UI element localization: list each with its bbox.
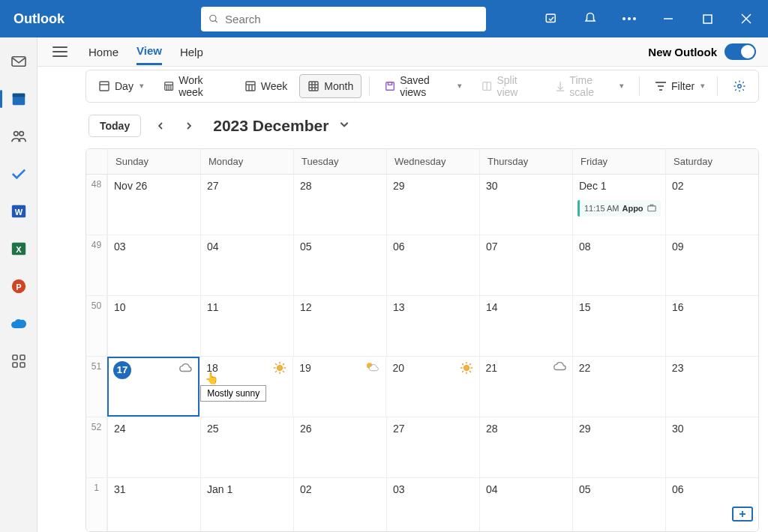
chevron-down-icon[interactable] <box>339 119 350 133</box>
window-minimize[interactable] <box>657 7 680 30</box>
view-day-button[interactable]: Day▾ <box>91 74 152 98</box>
svg-point-5 <box>633 17 636 20</box>
cloud-icon[interactable] <box>553 361 566 375</box>
svg-point-14 <box>19 132 22 136</box>
day-cell[interactable]: 28 <box>293 175 386 235</box>
rail-people[interactable] <box>8 126 30 147</box>
current-period-label[interactable]: 2023 December <box>213 117 328 135</box>
assist-icon[interactable] <box>540 7 562 30</box>
calendar-event[interactable]: 11:15 AM Appo <box>578 200 661 217</box>
day-cell[interactable]: 19 <box>292 357 386 417</box>
briefcase-icon <box>647 204 656 212</box>
tab-home[interactable]: Home <box>88 40 118 64</box>
day-cell[interactable]: 29 <box>386 175 479 235</box>
svg-point-62 <box>464 365 469 370</box>
day-cell-today[interactable]: 17 <box>107 357 200 417</box>
svg-point-3 <box>622 17 626 20</box>
more-icon[interactable] <box>618 7 640 30</box>
cloud-icon[interactable] <box>178 363 192 376</box>
day-cell[interactable]: 28 <box>479 417 572 477</box>
day-cell[interactable]: 21 <box>479 357 572 417</box>
tab-help[interactable]: Help <box>180 40 203 64</box>
day-cell[interactable]: 06 <box>665 478 758 532</box>
svg-point-50 <box>738 85 742 88</box>
tab-view[interactable]: View <box>136 38 162 65</box>
day-cell[interactable]: 30 <box>665 417 758 477</box>
window-close[interactable] <box>735 7 758 30</box>
day-cell[interactable]: 16 <box>665 296 758 356</box>
rail-calendar[interactable] <box>8 88 30 109</box>
sun-icon[interactable] <box>273 361 286 378</box>
day-cell[interactable]: 29 <box>572 417 665 477</box>
next-period-button[interactable] <box>180 117 198 135</box>
rail-excel[interactable]: X <box>8 238 30 259</box>
week-row: 51 17 18 👆 Mostly sunny 19 20 <box>86 357 758 417</box>
toggle-switch-icon[interactable] <box>724 43 756 60</box>
search-input[interactable] <box>225 13 478 25</box>
view-workweek-button[interactable]: Work week <box>156 74 232 98</box>
prev-period-button[interactable] <box>152 117 170 135</box>
day-cell[interactable]: 02 <box>293 478 386 532</box>
nav-toggle-icon[interactable] <box>52 46 68 57</box>
day-cell[interactable]: 26 <box>293 417 386 477</box>
app-name: Outlook <box>6 11 201 27</box>
day-cell[interactable]: Jan 1 <box>200 478 293 532</box>
day-cell[interactable]: 04 <box>479 478 572 532</box>
day-cell[interactable]: 05 <box>293 235 386 295</box>
rail-more-apps[interactable] <box>8 351 30 372</box>
svg-line-1 <box>215 20 218 22</box>
day-cell[interactable]: 30 <box>479 175 572 235</box>
day-cell[interactable]: 13 <box>386 296 479 356</box>
filter-button[interactable]: Filter▾ <box>647 74 712 98</box>
day-cell[interactable]: 14 <box>479 296 572 356</box>
day-cell[interactable]: 15 <box>572 296 665 356</box>
day-cell[interactable]: 24 <box>107 417 200 477</box>
quick-add-event-button[interactable] <box>732 507 753 522</box>
rail-mail[interactable] <box>8 51 30 72</box>
day-cell[interactable]: 25 <box>200 417 293 477</box>
window-maximize[interactable] <box>696 7 718 30</box>
rail-powerpoint[interactable]: P <box>8 276 30 297</box>
partly-cloudy-icon[interactable] <box>365 361 380 376</box>
notifications-icon[interactable] <box>579 7 602 30</box>
view-month-button[interactable]: Month <box>299 74 362 98</box>
sun-icon[interactable] <box>460 361 473 378</box>
today-button[interactable]: Today <box>88 115 141 137</box>
day-cell[interactable]: Dec 1 11:15 AM Appo <box>572 175 665 235</box>
day-cell[interactable]: 10 <box>107 296 200 356</box>
day-cell[interactable]: 31 <box>107 478 200 532</box>
day-cell[interactable]: 23 <box>665 357 758 417</box>
rail-todo[interactable] <box>8 163 30 184</box>
day-cell[interactable]: 22 <box>572 357 665 417</box>
svg-rect-10 <box>12 57 26 67</box>
saved-views-button[interactable]: Saved views▾ <box>377 74 470 98</box>
search-box[interactable] <box>201 7 486 31</box>
day-cell[interactable]: 03 <box>386 478 479 532</box>
day-cell[interactable]: 08 <box>572 235 665 295</box>
day-cell[interactable]: 18 👆 Mostly sunny <box>200 357 292 417</box>
day-cell[interactable]: 05 <box>572 478 665 532</box>
svg-line-57 <box>275 363 277 365</box>
day-cell[interactable]: 27 <box>386 417 479 477</box>
day-cell[interactable]: 02 <box>665 175 758 235</box>
day-cell[interactable]: 04 <box>200 235 293 295</box>
day-cell[interactable]: 27 <box>200 175 293 235</box>
day-cell[interactable]: 20 <box>386 357 478 417</box>
week-number: 51 <box>86 357 107 417</box>
day-cell[interactable]: 11 <box>200 296 293 356</box>
calendar-settings-button[interactable] <box>725 74 754 98</box>
day-cell[interactable]: 09 <box>665 235 758 295</box>
svg-rect-22 <box>20 355 25 360</box>
day-cell[interactable]: Nov 26 <box>107 175 200 235</box>
view-week-button[interactable]: Week <box>237 74 296 98</box>
day-cell[interactable]: 07 <box>479 235 572 295</box>
day-cell[interactable]: 03 <box>107 235 200 295</box>
svg-line-69 <box>462 371 464 372</box>
svg-line-70 <box>470 363 471 365</box>
new-outlook-toggle[interactable]: New Outlook <box>648 43 768 60</box>
rail-word[interactable]: W <box>8 201 30 222</box>
day-cell[interactable]: 06 <box>386 235 479 295</box>
rail-onedrive[interactable] <box>8 313 30 334</box>
day-cell[interactable]: 12 <box>293 296 386 356</box>
week-number: 52 <box>86 417 107 477</box>
